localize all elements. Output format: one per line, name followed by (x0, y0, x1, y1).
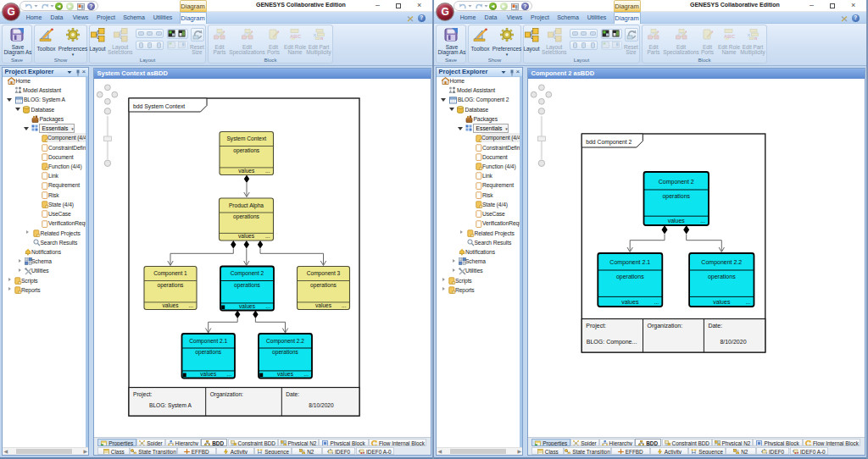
svg-text:A0: A0 (794, 451, 798, 455)
svg-text:values: values (238, 167, 255, 173)
svg-text:...: ... (303, 370, 309, 376)
svg-text:...: ... (342, 301, 347, 307)
svg-text:Date:: Date: (286, 391, 299, 397)
svg-text:values: values (238, 302, 255, 308)
svg-text:...: ... (226, 370, 231, 376)
svg-text:operations: operations (233, 147, 259, 153)
svg-text:BLOG: Compone...: BLOG: Compone... (586, 339, 637, 346)
svg-text:Component 2.2: Component 2.2 (701, 259, 742, 266)
svg-text:...: ... (265, 167, 270, 173)
svg-text:Component 2: Component 2 (658, 178, 693, 185)
svg-text:operations: operations (662, 192, 690, 199)
svg-text:Date:: Date: (708, 323, 722, 329)
svg-text:BLOG: System A: BLOG: System A (149, 402, 192, 409)
svg-text:Component 3: Component 3 (306, 270, 340, 277)
svg-text:...: ... (700, 217, 705, 223)
svg-text:operations: operations (707, 273, 735, 279)
svg-text:values: values (621, 298, 639, 304)
svg-text:Component 2.1: Component 2.1 (189, 337, 227, 344)
svg-text:values: values (162, 301, 179, 307)
svg-text:values: values (713, 298, 731, 304)
svg-text:System Context: System Context (226, 135, 266, 142)
svg-text:8/10/2020: 8/10/2020 (720, 339, 746, 345)
svg-text:Component 2.2: Component 2.2 (265, 337, 303, 344)
svg-text:...: ... (265, 302, 270, 308)
svg-text:8/10/2020: 8/10/2020 (309, 402, 334, 408)
svg-text:Organization:: Organization: (647, 323, 682, 329)
svg-text:values: values (667, 217, 685, 223)
svg-text:Product Alpha: Product Alpha (228, 202, 263, 208)
svg-text:operations: operations (310, 281, 337, 288)
svg-text:operations: operations (233, 213, 259, 220)
svg-text:...: ... (265, 233, 270, 239)
svg-text:values: values (200, 370, 217, 376)
svg-text:operations: operations (157, 281, 183, 288)
svg-text:...: ... (745, 298, 750, 304)
svg-text:Project:: Project: (586, 323, 606, 329)
svg-text:operations: operations (195, 349, 221, 356)
svg-text:Component 1: Component 1 (153, 270, 187, 277)
svg-text:A0: A0 (360, 451, 364, 455)
svg-text:operations: operations (272, 349, 298, 356)
svg-text:values: values (276, 370, 293, 376)
svg-text:operations: operations (234, 281, 260, 288)
svg-text:bdd Component 2: bdd Component 2 (586, 138, 632, 145)
svg-text:values: values (314, 301, 331, 307)
svg-text:Component 2: Component 2 (230, 270, 264, 277)
svg-text:Organization:: Organization: (209, 391, 242, 398)
svg-text:...: ... (188, 301, 193, 307)
svg-text:Project:: Project: (133, 391, 153, 398)
svg-text:Component 2.1: Component 2.1 (609, 259, 650, 266)
svg-text:...: ... (654, 298, 659, 304)
svg-text:bdd System Context: bdd System Context (133, 102, 185, 109)
svg-text:operations: operations (615, 273, 643, 279)
svg-text:values: values (237, 233, 254, 239)
